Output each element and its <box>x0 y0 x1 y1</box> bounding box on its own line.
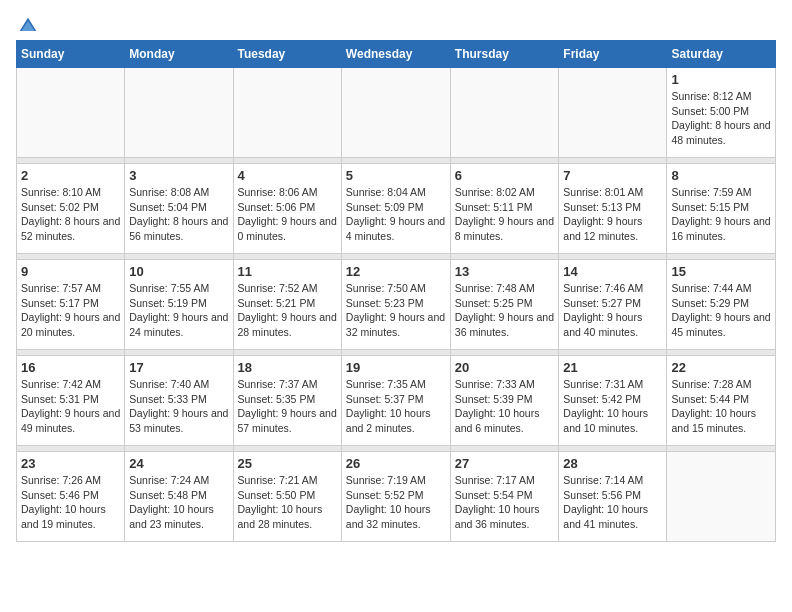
calendar-day-cell <box>341 68 450 158</box>
day-info: Sunrise: 7:52 AM Sunset: 5:21 PM Dayligh… <box>238 281 337 340</box>
calendar-day-cell: 14Sunrise: 7:46 AM Sunset: 5:27 PM Dayli… <box>559 260 667 350</box>
calendar-day-cell: 4Sunrise: 8:06 AM Sunset: 5:06 PM Daylig… <box>233 164 341 254</box>
calendar-day-cell: 10Sunrise: 7:55 AM Sunset: 5:19 PM Dayli… <box>125 260 233 350</box>
day-number: 7 <box>563 168 662 183</box>
day-info: Sunrise: 7:26 AM Sunset: 5:46 PM Dayligh… <box>21 473 120 532</box>
day-info: Sunrise: 7:55 AM Sunset: 5:19 PM Dayligh… <box>129 281 228 340</box>
day-of-week-header: Thursday <box>450 41 559 68</box>
calendar-day-cell: 19Sunrise: 7:35 AM Sunset: 5:37 PM Dayli… <box>341 356 450 446</box>
day-number: 25 <box>238 456 337 471</box>
calendar-day-cell: 28Sunrise: 7:14 AM Sunset: 5:56 PM Dayli… <box>559 452 667 542</box>
calendar-day-cell: 22Sunrise: 7:28 AM Sunset: 5:44 PM Dayli… <box>667 356 776 446</box>
calendar-day-cell: 5Sunrise: 8:04 AM Sunset: 5:09 PM Daylig… <box>341 164 450 254</box>
day-number: 4 <box>238 168 337 183</box>
day-of-week-header: Sunday <box>17 41 125 68</box>
calendar-week-row: 2Sunrise: 8:10 AM Sunset: 5:02 PM Daylig… <box>17 164 776 254</box>
day-info: Sunrise: 8:12 AM Sunset: 5:00 PM Dayligh… <box>671 89 771 148</box>
day-info: Sunrise: 7:46 AM Sunset: 5:27 PM Dayligh… <box>563 281 662 340</box>
calendar-day-cell <box>17 68 125 158</box>
day-info: Sunrise: 7:48 AM Sunset: 5:25 PM Dayligh… <box>455 281 555 340</box>
day-info: Sunrise: 7:59 AM Sunset: 5:15 PM Dayligh… <box>671 185 771 244</box>
day-number: 17 <box>129 360 228 375</box>
day-number: 13 <box>455 264 555 279</box>
calendar-day-cell: 24Sunrise: 7:24 AM Sunset: 5:48 PM Dayli… <box>125 452 233 542</box>
day-info: Sunrise: 7:21 AM Sunset: 5:50 PM Dayligh… <box>238 473 337 532</box>
day-number: 8 <box>671 168 771 183</box>
calendar-day-cell <box>559 68 667 158</box>
calendar-day-cell: 2Sunrise: 8:10 AM Sunset: 5:02 PM Daylig… <box>17 164 125 254</box>
calendar-header-row: SundayMondayTuesdayWednesdayThursdayFrid… <box>17 41 776 68</box>
day-info: Sunrise: 7:50 AM Sunset: 5:23 PM Dayligh… <box>346 281 446 340</box>
calendar-day-cell <box>125 68 233 158</box>
calendar-day-cell: 23Sunrise: 7:26 AM Sunset: 5:46 PM Dayli… <box>17 452 125 542</box>
calendar-day-cell: 20Sunrise: 7:33 AM Sunset: 5:39 PM Dayli… <box>450 356 559 446</box>
day-info: Sunrise: 7:57 AM Sunset: 5:17 PM Dayligh… <box>21 281 120 340</box>
calendar-day-cell: 26Sunrise: 7:19 AM Sunset: 5:52 PM Dayli… <box>341 452 450 542</box>
day-info: Sunrise: 7:17 AM Sunset: 5:54 PM Dayligh… <box>455 473 555 532</box>
calendar-day-cell: 18Sunrise: 7:37 AM Sunset: 5:35 PM Dayli… <box>233 356 341 446</box>
calendar-day-cell: 13Sunrise: 7:48 AM Sunset: 5:25 PM Dayli… <box>450 260 559 350</box>
day-info: Sunrise: 7:42 AM Sunset: 5:31 PM Dayligh… <box>21 377 120 436</box>
day-number: 10 <box>129 264 228 279</box>
day-number: 11 <box>238 264 337 279</box>
day-number: 28 <box>563 456 662 471</box>
day-number: 19 <box>346 360 446 375</box>
day-number: 24 <box>129 456 228 471</box>
calendar-week-row: 1Sunrise: 8:12 AM Sunset: 5:00 PM Daylig… <box>17 68 776 158</box>
day-info: Sunrise: 8:01 AM Sunset: 5:13 PM Dayligh… <box>563 185 662 244</box>
day-of-week-header: Saturday <box>667 41 776 68</box>
day-info: Sunrise: 8:08 AM Sunset: 5:04 PM Dayligh… <box>129 185 228 244</box>
calendar-week-row: 23Sunrise: 7:26 AM Sunset: 5:46 PM Dayli… <box>17 452 776 542</box>
calendar-day-cell: 6Sunrise: 8:02 AM Sunset: 5:11 PM Daylig… <box>450 164 559 254</box>
calendar-day-cell: 16Sunrise: 7:42 AM Sunset: 5:31 PM Dayli… <box>17 356 125 446</box>
calendar-week-row: 16Sunrise: 7:42 AM Sunset: 5:31 PM Dayli… <box>17 356 776 446</box>
day-info: Sunrise: 7:14 AM Sunset: 5:56 PM Dayligh… <box>563 473 662 532</box>
day-info: Sunrise: 7:35 AM Sunset: 5:37 PM Dayligh… <box>346 377 446 436</box>
calendar-day-cell: 7Sunrise: 8:01 AM Sunset: 5:13 PM Daylig… <box>559 164 667 254</box>
calendar-day-cell: 3Sunrise: 8:08 AM Sunset: 5:04 PM Daylig… <box>125 164 233 254</box>
day-number: 27 <box>455 456 555 471</box>
day-number: 12 <box>346 264 446 279</box>
calendar-day-cell: 9Sunrise: 7:57 AM Sunset: 5:17 PM Daylig… <box>17 260 125 350</box>
calendar-day-cell: 1Sunrise: 8:12 AM Sunset: 5:00 PM Daylig… <box>667 68 776 158</box>
day-number: 22 <box>671 360 771 375</box>
day-number: 18 <box>238 360 337 375</box>
day-info: Sunrise: 7:31 AM Sunset: 5:42 PM Dayligh… <box>563 377 662 436</box>
day-of-week-header: Wednesday <box>341 41 450 68</box>
day-of-week-header: Friday <box>559 41 667 68</box>
day-number: 6 <box>455 168 555 183</box>
day-number: 9 <box>21 264 120 279</box>
calendar-day-cell: 21Sunrise: 7:31 AM Sunset: 5:42 PM Dayli… <box>559 356 667 446</box>
day-number: 2 <box>21 168 120 183</box>
day-info: Sunrise: 8:06 AM Sunset: 5:06 PM Dayligh… <box>238 185 337 244</box>
calendar-day-cell: 15Sunrise: 7:44 AM Sunset: 5:29 PM Dayli… <box>667 260 776 350</box>
calendar-table: SundayMondayTuesdayWednesdayThursdayFrid… <box>16 40 776 542</box>
day-number: 23 <box>21 456 120 471</box>
page-header <box>16 16 776 32</box>
day-number: 20 <box>455 360 555 375</box>
logo <box>16 16 38 32</box>
day-info: Sunrise: 7:40 AM Sunset: 5:33 PM Dayligh… <box>129 377 228 436</box>
day-info: Sunrise: 8:04 AM Sunset: 5:09 PM Dayligh… <box>346 185 446 244</box>
day-number: 15 <box>671 264 771 279</box>
day-info: Sunrise: 8:10 AM Sunset: 5:02 PM Dayligh… <box>21 185 120 244</box>
day-number: 1 <box>671 72 771 87</box>
day-info: Sunrise: 7:37 AM Sunset: 5:35 PM Dayligh… <box>238 377 337 436</box>
day-number: 21 <box>563 360 662 375</box>
day-info: Sunrise: 7:33 AM Sunset: 5:39 PM Dayligh… <box>455 377 555 436</box>
calendar-day-cell: 11Sunrise: 7:52 AM Sunset: 5:21 PM Dayli… <box>233 260 341 350</box>
calendar-day-cell <box>233 68 341 158</box>
calendar-week-row: 9Sunrise: 7:57 AM Sunset: 5:17 PM Daylig… <box>17 260 776 350</box>
day-number: 5 <box>346 168 446 183</box>
day-info: Sunrise: 8:02 AM Sunset: 5:11 PM Dayligh… <box>455 185 555 244</box>
day-number: 3 <box>129 168 228 183</box>
day-number: 26 <box>346 456 446 471</box>
logo-icon <box>18 16 38 36</box>
day-number: 14 <box>563 264 662 279</box>
calendar-day-cell: 12Sunrise: 7:50 AM Sunset: 5:23 PM Dayli… <box>341 260 450 350</box>
day-of-week-header: Tuesday <box>233 41 341 68</box>
day-info: Sunrise: 7:28 AM Sunset: 5:44 PM Dayligh… <box>671 377 771 436</box>
day-number: 16 <box>21 360 120 375</box>
day-info: Sunrise: 7:19 AM Sunset: 5:52 PM Dayligh… <box>346 473 446 532</box>
calendar-day-cell: 25Sunrise: 7:21 AM Sunset: 5:50 PM Dayli… <box>233 452 341 542</box>
